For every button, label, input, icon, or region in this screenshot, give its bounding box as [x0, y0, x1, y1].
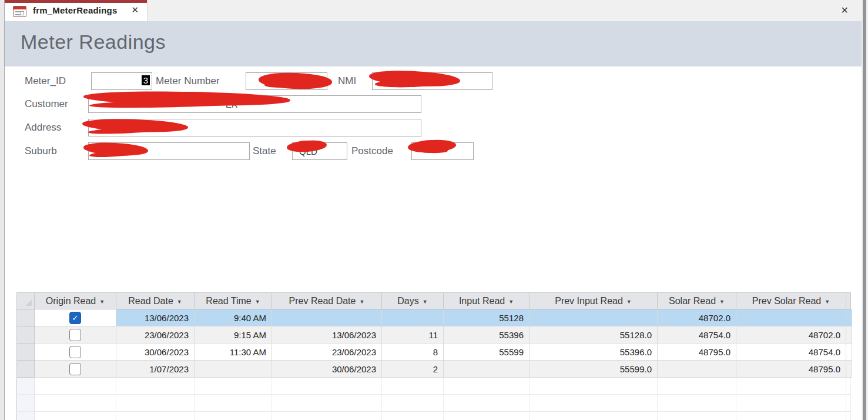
cell-prev_solar_read[interactable]: 48795.0: [736, 361, 846, 378]
record-selector[interactable]: [16, 309, 35, 326]
empty-cell: [444, 395, 529, 412]
filter-dropdown-icon[interactable]: ▼: [359, 298, 364, 305]
column-header-input_read[interactable]: Input Read▼: [444, 292, 529, 309]
column-header-label: Days: [397, 296, 418, 306]
empty-cell: [736, 378, 846, 395]
column-header-label: Input Read: [459, 296, 505, 306]
cell-prev_read_date[interactable]: [272, 309, 382, 326]
document-tab-bar: frm_MeterReadings ✕ ✕: [5, 0, 862, 21]
origin-read-checkbox[interactable]: [69, 346, 81, 358]
corner-triangle-icon: [25, 299, 32, 306]
filter-dropdown-icon[interactable]: ▼: [255, 298, 260, 305]
column-header-label: Origin Read: [46, 296, 96, 306]
page-title: Meter Readings: [21, 31, 166, 54]
cell-read_time[interactable]: 9:40 AM: [195, 309, 272, 326]
empty-cell: [272, 378, 382, 395]
cell-prev_input_read[interactable]: 55599.0: [529, 361, 658, 378]
empty-cell: [736, 412, 846, 420]
cell-read_time[interactable]: [195, 361, 272, 378]
cell-prev_read_date[interactable]: 30/06/2023: [272, 361, 382, 378]
postcode-label: Postcode: [351, 145, 393, 157]
column-header-solar_read[interactable]: Solar Read▼: [658, 292, 736, 309]
cell-read_time[interactable]: 9:15 AM: [195, 326, 272, 344]
cell-input_read[interactable]: 55396: [444, 326, 529, 344]
cell-solar_read[interactable]: 48754.0: [658, 326, 736, 344]
tab-close-icon[interactable]: ✕: [131, 5, 139, 15]
cell-prev_solar_read[interactable]: [736, 309, 846, 326]
next-column-sliver: [846, 292, 851, 309]
filter-dropdown-icon[interactable]: ▼: [99, 298, 105, 305]
empty-cell: [382, 378, 444, 395]
filter-dropdown-icon[interactable]: ▼: [626, 298, 632, 305]
record-selector[interactable]: [16, 326, 35, 344]
column-header-origin_read[interactable]: Origin Read▼: [35, 292, 116, 309]
cell-input_read[interactable]: 55128: [444, 309, 529, 326]
empty-cell: [529, 412, 658, 420]
cell-days[interactable]: [382, 309, 444, 326]
tab-frm-meterreadings[interactable]: frm_MeterReadings ✕: [5, 0, 148, 21]
cell-solar_read[interactable]: 48795.0: [658, 344, 736, 361]
empty-cell: [846, 412, 851, 420]
cell-solar_read[interactable]: 48702.0: [658, 309, 736, 326]
origin-read-checkbox[interactable]: [69, 363, 81, 375]
cell-read_date[interactable]: 23/06/2023: [116, 326, 195, 344]
column-header-read_date[interactable]: Read Date▼: [116, 292, 195, 309]
window-close-icon[interactable]: ✕: [841, 5, 849, 16]
empty-cell: [658, 412, 736, 420]
column-header-days[interactable]: Days▼: [382, 292, 444, 309]
origin-read-checkbox[interactable]: [69, 329, 81, 341]
meter-id-value: 3: [142, 75, 150, 85]
cell-prev_solar_read[interactable]: 48702.0: [736, 326, 846, 344]
cell-read_time[interactable]: 11:30 AM: [195, 344, 272, 361]
cell-sliver: [846, 361, 852, 378]
cell-origin_read[interactable]: [35, 344, 116, 361]
record-selector-empty: [16, 378, 35, 395]
cell-input_read[interactable]: 55599: [444, 344, 529, 361]
empty-cell: [116, 412, 195, 420]
cell-days[interactable]: 8: [382, 344, 444, 361]
empty-cell: [195, 378, 272, 395]
filter-dropdown-icon[interactable]: ▼: [177, 298, 182, 305]
column-header-label: Prev Read Date: [289, 296, 356, 306]
column-header-label: Prev Input Read: [555, 296, 623, 306]
record-selector[interactable]: [16, 361, 35, 378]
cell-origin_read[interactable]: [35, 361, 116, 378]
cell-prev_input_read[interactable]: 55128.0: [529, 326, 658, 344]
cell-origin_read[interactable]: [35, 326, 116, 344]
cell-read_date[interactable]: 1/07/2023: [116, 361, 195, 378]
origin-read-checkbox[interactable]: ✓: [69, 312, 81, 324]
cell-prev_solar_read[interactable]: 48754.0: [736, 344, 846, 361]
cell-solar_read[interactable]: [658, 361, 736, 378]
filter-dropdown-icon[interactable]: ▼: [508, 298, 514, 305]
empty-cell: [444, 412, 529, 420]
select-all-corner[interactable]: [16, 292, 35, 309]
empty-cell: [195, 395, 272, 412]
column-header-label: Read Time: [206, 296, 251, 306]
cell-days[interactable]: 11: [382, 326, 444, 344]
cell-prev_read_date[interactable]: 13/06/2023: [272, 326, 382, 344]
empty-cell: [382, 412, 444, 420]
meter-id-field[interactable]: 3: [91, 72, 152, 90]
cell-prev_input_read[interactable]: 55396.0: [529, 344, 658, 361]
column-header-prev_input_read[interactable]: Prev Input Read▼: [529, 292, 658, 309]
filter-dropdown-icon[interactable]: ▼: [719, 298, 725, 305]
column-header-read_time[interactable]: Read Time▼: [195, 292, 272, 309]
cell-prev_read_date[interactable]: 23/06/2023: [272, 344, 382, 361]
cell-input_read[interactable]: [444, 361, 529, 378]
address-label: Address: [25, 122, 61, 134]
record-selector[interactable]: [16, 344, 35, 361]
cell-sliver: [846, 344, 852, 361]
window-left-border: [0, 0, 5, 420]
cell-origin_read[interactable]: ✓: [35, 309, 116, 326]
column-header-prev_read_date[interactable]: Prev Read Date▼: [272, 292, 382, 309]
filter-dropdown-icon[interactable]: ▼: [423, 298, 428, 305]
filter-dropdown-icon[interactable]: ▼: [825, 298, 830, 305]
right-scrollbar[interactable]: [863, 0, 866, 420]
cell-prev_input_read[interactable]: [529, 309, 658, 326]
column-header-prev_solar_read[interactable]: Prev Solar Read▼: [736, 292, 846, 309]
cell-read_date[interactable]: 13/06/2023: [116, 309, 195, 326]
cell-days[interactable]: 2: [382, 361, 444, 378]
form-header-band: Meter Readings: [5, 21, 862, 66]
empty-cell: [35, 395, 116, 412]
cell-read_date[interactable]: 30/06/2023: [116, 344, 195, 361]
